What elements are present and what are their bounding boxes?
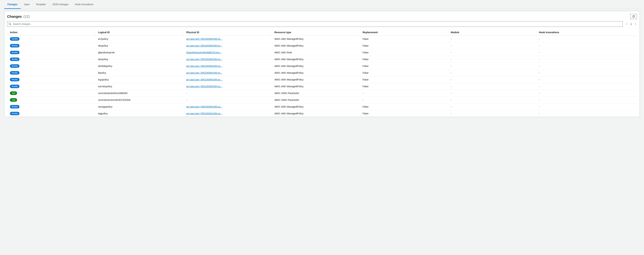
cell-physical-id: arn:aws:iam::505100584189:po... [184, 104, 272, 110]
tab-template[interactable]: Template [33, 0, 49, 9]
table-row: Modifylambdapolicyarn:aws:iam::505100584… [7, 63, 637, 70]
table-row: Modifysecretspolicyarn:aws:iam::50510058… [7, 83, 637, 90]
cell-resource-type: AWS::IAM::Role [272, 49, 360, 56]
cell-module: - [448, 56, 536, 63]
cell-logical-id: logspolicy [95, 76, 184, 83]
cell-logical-id: iampolicy [95, 56, 184, 63]
col-logical-id[interactable]: Logical ID [95, 29, 184, 36]
cell-hook-invocations: - [536, 76, 637, 83]
cell-logical-id: ssmrolestackinfoA1086A05 [95, 90, 184, 97]
page-number: 1 [630, 22, 632, 26]
physical-id-link[interactable]: arn:aws:iam::505100584189:po... [186, 105, 222, 108]
cell-replacement: False [360, 36, 448, 42]
cell-replacement: - [360, 97, 448, 104]
col-replacement[interactable]: Replacement [360, 29, 448, 36]
cell-action: Modify [7, 76, 95, 83]
panel-title: Changes (12) [7, 14, 30, 18]
col-resource-type[interactable]: Resource type [272, 29, 360, 36]
cell-replacement: False [360, 83, 448, 90]
table-header-row: Action Logical ID Physical ID Resource t… [7, 29, 637, 36]
cell-physical-id: arn:aws:iam::505100584189:po... [184, 70, 272, 76]
changes-panel: Changes (12) [4, 11, 640, 117]
cell-replacement: - [360, 90, 448, 97]
search-input[interactable] [7, 21, 622, 27]
cell-resource-type: AWS::IAM::ManagedPolicy [272, 56, 360, 63]
tab-label: Changes [7, 3, 18, 6]
cell-action: Modify [7, 36, 95, 42]
panel-title-count: (12) [24, 14, 30, 18]
cell-action: Modify [7, 56, 95, 63]
cell-logical-id: secretspolicy [95, 83, 184, 90]
cell-resource-type: AWS::IAM::ManagedPolicy [272, 63, 360, 70]
cell-action: Add [7, 97, 95, 104]
action-badge-modify: Modify [10, 71, 20, 74]
cell-logical-id: lambdapolicy [95, 63, 184, 70]
tab-hook-invocations[interactable]: Hook invocations [72, 0, 97, 9]
cell-replacement: False [360, 104, 448, 110]
physical-id-link[interactable]: arn:aws:iam::505100584189:po... [186, 44, 222, 47]
cell-action: Modify [7, 63, 95, 70]
action-badge-modify: Modify [10, 85, 20, 88]
cell-logical-id: ssmroleversioninfo3CCE326A [95, 97, 184, 104]
tab-json-changes[interactable]: JSON changes [49, 0, 72, 9]
col-module[interactable]: Module [448, 29, 536, 36]
cell-module: - [448, 90, 536, 97]
chevron-left-icon[interactable] [626, 22, 628, 26]
physical-id-link[interactable]: arn:aws:iam::505100584189:po... [186, 58, 222, 61]
physical-id-link[interactable]: GitpodSetupAndInitialEKSUser... [186, 51, 222, 54]
cell-module: - [448, 76, 536, 83]
panel-title-text: Changes [7, 14, 22, 18]
cell-resource-type: AWS::SSM::Parameter [272, 97, 360, 104]
cell-hook-invocations: - [536, 90, 637, 97]
physical-id-link[interactable]: arn:aws:iam::505100584189:po... [186, 38, 222, 40]
chevron-right-icon[interactable] [634, 22, 637, 26]
refresh-button[interactable] [630, 14, 637, 19]
cell-module: - [448, 70, 536, 76]
cell-module: - [448, 83, 536, 90]
col-hook-invocations[interactable]: Hook invocations [536, 29, 637, 36]
cell-replacement: False [360, 42, 448, 49]
physical-id-link[interactable]: arn:aws:iam::505100584189:po... [186, 65, 222, 68]
changes-table: Action Logical ID Physical ID Resource t… [7, 29, 637, 117]
cell-hook-invocations: - [536, 104, 637, 110]
col-physical-id[interactable]: Physical ID [184, 29, 272, 36]
cell-physical-id: arn:aws:iam::505100584189:po... [184, 76, 272, 83]
cell-logical-id: gitpodsetuprole [95, 49, 184, 56]
svg-line-1 [10, 24, 11, 25]
action-badge-modify: Modify [10, 105, 20, 108]
action-badge-modify: Modify [10, 51, 20, 54]
physical-id-link[interactable]: arn:aws:iam::505100584189:po... [186, 112, 222, 115]
cell-resource-type: AWS::IAM::ManagedPolicy [272, 76, 360, 83]
cell-module: - [448, 104, 536, 110]
tab-label: Input [24, 3, 30, 6]
tab-label: Hook invocations [75, 3, 94, 6]
cell-physical-id: - [184, 97, 272, 104]
cell-resource-type: AWS::SSM::Parameter [272, 90, 360, 97]
physical-id-link[interactable]: arn:aws:iam::505100584189:po... [186, 78, 222, 81]
cell-module: - [448, 97, 536, 104]
physical-id-link[interactable]: arn:aws:iam::505100584189:po... [186, 85, 222, 88]
cell-replacement: False [360, 56, 448, 63]
tabs: ChangesInputTemplateJSON changesHook inv… [4, 0, 640, 9]
search-icon [8, 22, 11, 26]
cell-hook-invocations: - [536, 97, 637, 104]
cell-replacement: False [360, 49, 448, 56]
cell-logical-id: ekspolicy [95, 42, 184, 49]
physical-id-link[interactable]: arn:aws:iam::505100584189:po... [186, 72, 222, 74]
cell-action: Modify [7, 110, 95, 117]
cell-hook-invocations: - [536, 70, 637, 76]
tab-changes[interactable]: Changes [4, 0, 21, 9]
col-action[interactable]: Action [7, 29, 95, 36]
action-badge-modify: Modify [10, 58, 20, 61]
cell-physical-id: arn:aws:iam::505100584189:po... [184, 63, 272, 70]
cell-action: Modify [7, 83, 95, 90]
action-badge-modify: Modify [10, 44, 20, 48]
cell-logical-id: storagepolicy [95, 104, 184, 110]
cell-action: Add [7, 90, 95, 97]
cell-action: Modify [7, 42, 95, 49]
cell-module: - [448, 49, 536, 56]
cell-physical-id: GitpodSetupAndInitialEKSUser... [184, 49, 272, 56]
cell-replacement: False [360, 70, 448, 76]
tab-input[interactable]: Input [21, 0, 33, 9]
table-row: ModifygitpodsetuproleGitpodSetupAndIniti… [7, 49, 637, 56]
